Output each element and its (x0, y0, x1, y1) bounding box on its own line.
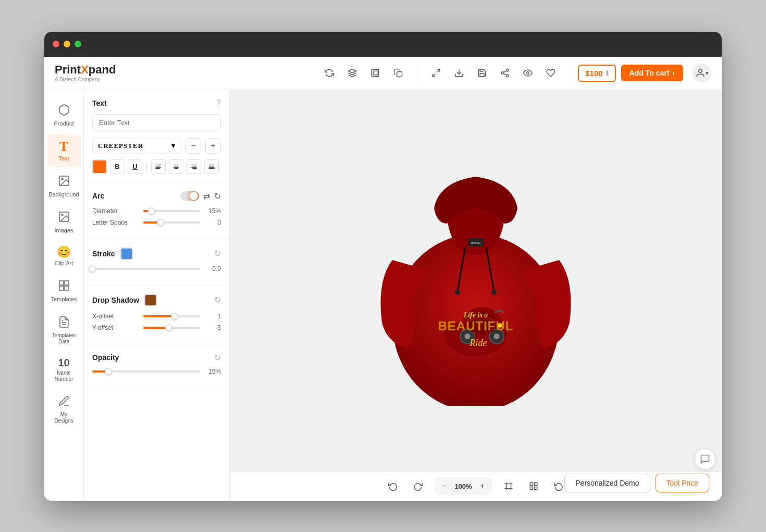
svg-marker-0 (349, 69, 356, 73)
opacity-reset-icon[interactable]: ↻ (214, 353, 221, 363)
diameter-slider-row: Diameter 15% (92, 207, 221, 215)
download-icon[interactable] (451, 65, 467, 81)
name-number-label: NameNumber (55, 370, 73, 382)
font-dropdown-icon: ▾ (171, 142, 176, 150)
opacity-title: Opacity (92, 353, 119, 362)
images-label: Images (54, 227, 73, 234)
minimize-button[interactable] (64, 41, 70, 47)
svg-rect-57 (530, 482, 533, 485)
svg-point-44 (491, 290, 497, 295)
arc-section: Arc ⇄ ↻ Diameter (84, 183, 229, 239)
arc-toggle-track[interactable] (180, 191, 199, 201)
letterspace-slider-row: Letter Space 0 (92, 219, 221, 226)
sidebar-item-my-designs[interactable]: MyDesigns (47, 390, 81, 429)
clipart-label: Clip Art (55, 260, 73, 267)
background-label: Background (48, 191, 79, 198)
svg-text:Life is a: Life is a (463, 311, 488, 319)
crop-button[interactable] (500, 478, 517, 494)
xoffset-value: 1 (204, 313, 221, 320)
font-size-minus-button[interactable]: − (186, 138, 201, 154)
stroke-reset-icon[interactable]: ↻ (214, 249, 221, 258)
logo: PrintXpand A Biztech Company (55, 64, 116, 82)
svg-point-8 (501, 72, 504, 75)
svg-rect-3 (397, 72, 402, 77)
redo-button[interactable] (410, 478, 426, 494)
diameter-slider[interactable] (143, 210, 200, 212)
yoffset-label: Y-offset (92, 324, 139, 331)
svg-point-15 (61, 178, 63, 180)
titlebar (44, 32, 722, 57)
frame-icon[interactable] (367, 65, 384, 81)
save-icon[interactable] (474, 65, 490, 81)
arc-toggle[interactable] (180, 191, 199, 201)
sidebar-item-text[interactable]: T Text (47, 134, 81, 167)
personalized-demo-button[interactable]: Personalized Demo (564, 474, 650, 492)
underline-button[interactable]: U (128, 159, 142, 174)
stroke-left: Stroke (92, 248, 133, 260)
sidebar-item-clipart[interactable]: 😊 Clip Art (47, 241, 81, 272)
sidebar-item-templates[interactable]: Templates (47, 274, 81, 308)
maximize-button[interactable] (75, 41, 81, 47)
stroke-color-swatch[interactable] (120, 248, 133, 260)
product-label: Product (54, 120, 74, 127)
opacity-slider[interactable] (92, 370, 200, 373)
arc-swap-icon[interactable]: ⇄ (203, 191, 210, 201)
zoom-out-button[interactable]: − (441, 480, 448, 492)
opacity-value: 15% (204, 368, 221, 375)
svg-text:BRAND: BRAND (471, 241, 480, 244)
copy-icon[interactable] (390, 65, 406, 81)
sidebar-item-background[interactable]: Background (47, 169, 81, 203)
stroke-title: Stroke (92, 250, 115, 258)
letterspace-slider[interactable] (143, 221, 200, 224)
templates-icon (58, 279, 70, 294)
images-icon (58, 211, 70, 225)
align-right-button[interactable] (187, 159, 201, 174)
expand-icon[interactable] (428, 65, 444, 81)
grid-button[interactable] (525, 478, 542, 494)
share-icon[interactable] (497, 65, 513, 81)
name-number-icon: 10 (58, 357, 69, 368)
add-to-cart-button[interactable]: Add To cart › (621, 65, 683, 81)
refresh-icon[interactable] (321, 65, 338, 81)
arc-title: Arc (92, 192, 104, 200)
layers-icon[interactable] (344, 65, 361, 81)
sidebar-item-images[interactable]: Images (47, 205, 81, 239)
sidebar-item-product[interactable]: Product (47, 98, 81, 132)
drop-shadow-section: Drop Shadow ↻ X-offset 1 (84, 286, 229, 344)
zoom-in-button[interactable]: + (479, 480, 486, 492)
sidebar-item-name-number[interactable]: 10 NameNumber (47, 352, 81, 388)
sidebar-item-templates-data[interactable]: TemplatesData (47, 311, 81, 350)
arc-reset-icon[interactable]: ↻ (214, 191, 221, 201)
user-menu-button[interactable]: ▾ (693, 64, 711, 82)
align-left-button[interactable] (151, 159, 166, 174)
text-section-title: Text (92, 99, 107, 107)
svg-point-49 (493, 333, 499, 339)
yoffset-slider[interactable] (143, 327, 200, 329)
letterspace-label: Letter Space (92, 219, 139, 226)
font-size-plus-button[interactable]: + (205, 138, 221, 154)
stroke-slider[interactable] (92, 268, 200, 270)
price-amount: $100 (585, 69, 602, 78)
justify-button[interactable] (204, 159, 219, 174)
svg-rect-2 (373, 71, 377, 75)
bold-button[interactable]: B (110, 159, 125, 174)
text-section: Text ? CREEPSTER ▾ − + (84, 90, 229, 183)
shadow-left: Drop Shadow (92, 294, 157, 306)
shadow-reset-icon[interactable]: ↻ (214, 295, 221, 305)
help-icon[interactable]: ? (216, 98, 221, 108)
svg-line-10 (504, 73, 506, 75)
price-badge: $100 ℹ (578, 65, 615, 82)
text-input[interactable] (92, 114, 221, 131)
undo-button[interactable] (385, 478, 401, 494)
align-center-button[interactable] (169, 159, 183, 174)
text-color-swatch[interactable] (92, 159, 107, 174)
fill-icon[interactable] (542, 65, 559, 81)
close-button[interactable] (53, 41, 59, 47)
tool-price-button[interactable]: Tool Price (656, 474, 709, 492)
font-selector[interactable]: CREEPSTER ▾ (92, 138, 181, 154)
view-icon[interactable] (520, 65, 536, 81)
shadow-color-swatch[interactable] (144, 294, 157, 306)
xoffset-slider[interactable] (143, 315, 200, 317)
chat-button[interactable] (695, 449, 715, 469)
bottom-right-actions: Personalized Demo Tool Price (564, 474, 709, 492)
